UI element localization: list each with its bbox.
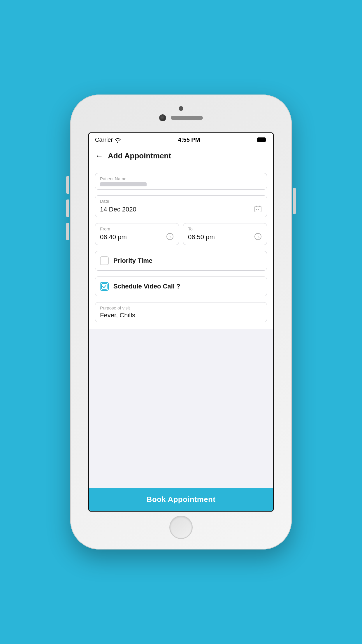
bottom-button-area: Book Appointment xyxy=(89,488,273,511)
date-value: 14 Dec 2020 xyxy=(100,206,136,213)
battery-icon xyxy=(257,137,267,142)
purpose-label: Purpose of visit xyxy=(100,305,262,310)
from-value: 06:40 pm xyxy=(100,233,127,241)
schedule-video-call-checkbox[interactable] xyxy=(100,282,109,291)
calendar-icon xyxy=(254,205,262,214)
book-appointment-button[interactable]: Book Appointment xyxy=(89,488,273,511)
clock-icon-from xyxy=(166,232,174,242)
wifi-icon xyxy=(115,137,121,142)
phone-screen: Carrier 4:55 PM ← Add Appo xyxy=(88,132,274,512)
page-title: Add Appointment xyxy=(108,151,171,160)
time-row: From 06:40 pm To xyxy=(95,223,267,245)
priority-time-row[interactable]: Priority Time xyxy=(95,251,267,271)
patient-name-label: Patient Name xyxy=(100,176,262,181)
date-label: Date xyxy=(100,199,262,204)
priority-time-checkbox[interactable] xyxy=(100,256,109,265)
carrier-info: Carrier xyxy=(95,136,121,143)
svg-rect-0 xyxy=(257,138,266,142)
status-bar: Carrier 4:55 PM xyxy=(89,133,273,146)
svg-rect-2 xyxy=(256,209,257,210)
date-field[interactable]: Date 14 Dec 2020 xyxy=(95,195,267,217)
content-area: Patient Name Date 14 Dec 2020 xyxy=(89,166,273,488)
schedule-video-call-label: Schedule Video Call ? xyxy=(113,283,180,290)
phone-frame: Carrier 4:55 PM ← Add Appo xyxy=(70,94,292,550)
front-camera xyxy=(159,114,166,121)
schedule-video-call-row[interactable]: Schedule Video Call ? xyxy=(95,276,267,296)
home-button[interactable] xyxy=(169,516,193,539)
gray-spacer xyxy=(89,329,273,364)
to-field[interactable]: To 06:50 pm xyxy=(183,223,267,245)
to-label: To xyxy=(188,226,262,231)
phone-top-area xyxy=(159,106,203,121)
from-label: From xyxy=(100,226,174,231)
carrier-label: Carrier xyxy=(95,136,113,143)
back-button[interactable]: ← xyxy=(95,152,103,160)
app-header: ← Add Appointment xyxy=(89,146,273,166)
patient-name-placeholder xyxy=(100,182,147,186)
form-card: Patient Name Date 14 Dec 2020 xyxy=(89,166,273,329)
to-value: 06:50 pm xyxy=(188,233,215,241)
patient-name-field[interactable]: Patient Name xyxy=(95,173,267,190)
purpose-value: Fever, Chills xyxy=(100,312,262,319)
priority-time-label: Priority Time xyxy=(113,257,152,265)
front-dot xyxy=(179,106,183,111)
svg-rect-3 xyxy=(258,209,259,210)
purpose-field[interactable]: Purpose of visit Fever, Chills xyxy=(95,302,267,322)
clock-icon-to xyxy=(254,232,262,242)
speaker-grille xyxy=(171,116,203,120)
status-time: 4:55 PM xyxy=(178,136,200,143)
from-field[interactable]: From 06:40 pm xyxy=(95,223,179,245)
